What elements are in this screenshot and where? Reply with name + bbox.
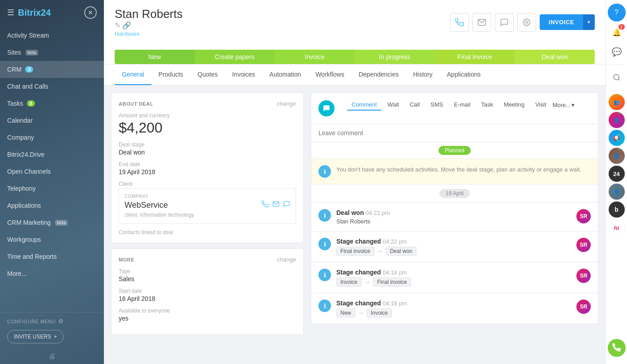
activity-tab-sms[interactable]: SMS: [426, 99, 447, 111]
invoice-main-button[interactable]: INVOICE: [540, 14, 583, 30]
company-call-icon[interactable]: [262, 201, 269, 210]
info-box: ℹ You don't have any scheduled activitie…: [311, 159, 598, 184]
sidebar-item-crm-marketing[interactable]: CRM Marketing beta: [0, 214, 104, 231]
sidebar-item-open-channels[interactable]: Open Channels: [0, 163, 104, 180]
sidebar-item-chat-calls[interactable]: Chat and Calls: [0, 78, 104, 95]
tab-history[interactable]: History: [406, 64, 440, 85]
activity-teal-icon: [318, 100, 335, 116]
svg-point-3: [614, 74, 619, 80]
chat-button[interactable]: [495, 13, 514, 32]
activity-title: Stage changed 04:18 pm: [336, 300, 571, 307]
end-date-value: 19 April 2018: [119, 168, 296, 176]
stage-in-progress[interactable]: In progress: [355, 50, 435, 64]
avatar-3[interactable]: 👤: [609, 148, 625, 164]
company-box: COMPANY WebService client, information t…: [119, 188, 296, 224]
tab-products[interactable]: Products: [151, 64, 190, 85]
date-badge: 19 April: [439, 189, 470, 198]
configure-menu-label: CONFIGURE MENU: [7, 319, 56, 324]
start-date-label: Start date: [119, 288, 296, 294]
end-date-label: End date: [119, 161, 296, 167]
edit-icon[interactable]: ✎: [115, 21, 120, 29]
close-icon[interactable]: ✕: [84, 6, 97, 19]
sidebar-item-label: Workgroups: [7, 236, 41, 243]
search-button[interactable]: [608, 69, 626, 86]
chat-rs-button[interactable]: 💬: [608, 43, 626, 61]
avatar-1[interactable]: 👥: [609, 94, 625, 110]
invoice-dropdown-button[interactable]: ▾: [583, 14, 595, 30]
tab-quotes[interactable]: Quotes: [190, 64, 225, 85]
activity-tab-call[interactable]: Call: [405, 99, 424, 111]
activity-tab-wait[interactable]: Wait: [383, 99, 404, 111]
sidebar-item-label: Chat and Calls: [7, 83, 48, 90]
configure-menu-btn[interactable]: CONFIGURE MENU ⚙: [7, 318, 97, 325]
printer-icon[interactable]: 🖨: [0, 349, 104, 364]
sidebar-item-label: Time and Reports: [7, 253, 57, 260]
avatar-megaphone[interactable]: 📢: [609, 130, 625, 146]
chat-icon: 💬: [612, 47, 622, 57]
planned-separator: Planned: [311, 142, 598, 159]
sidebar-item-workgroups[interactable]: Workgroups: [0, 231, 104, 248]
main-content: Stan Roberts ✎ 🔗 Hardware: [104, 0, 606, 364]
stage-final-invoice[interactable]: Final invoice: [435, 50, 515, 64]
call-button[interactable]: [450, 13, 469, 32]
stage-deal-won[interactable]: Deal won: [515, 50, 595, 64]
link-icon[interactable]: 🔗: [122, 21, 131, 29]
comment-input[interactable]: [318, 129, 591, 137]
activity-content: Deal won 04:22 pm Stan Roberts: [336, 209, 571, 225]
help-button[interactable]: ?: [608, 4, 626, 21]
sidebar-item-time-reports[interactable]: Time and Reports: [0, 248, 104, 265]
avatar-italic[interactable]: iu: [609, 219, 625, 236]
company-email-icon[interactable]: [272, 201, 279, 210]
sidebar-item-activity-stream[interactable]: Activity Stream: [0, 27, 104, 44]
sidebar-item-crm[interactable]: CRM 3: [0, 61, 104, 78]
tab-general[interactable]: General: [115, 64, 151, 85]
avatar-2[interactable]: 👤: [609, 112, 625, 128]
stage-bar: New Create papers Invoice In progress Fi…: [115, 44, 595, 64]
email-button[interactable]: [472, 13, 491, 32]
sidebar-item-sites[interactable]: Sites beta: [0, 44, 104, 61]
activity-tab-email[interactable]: E-mail: [449, 99, 475, 111]
activity-tab-visit[interactable]: Visit: [531, 99, 550, 111]
activity-tab-task[interactable]: Task: [477, 99, 498, 111]
hamburger-icon[interactable]: ☰: [7, 8, 14, 17]
sidebar-item-tasks[interactable]: Tasks 8: [0, 95, 104, 112]
tab-invoices[interactable]: Invoices: [225, 64, 262, 85]
about-deal-change[interactable]: change: [277, 100, 296, 107]
sidebar-item-calendar[interactable]: Calendar: [0, 112, 104, 129]
activity-tabs: Comment Wait Call SMS E-mail Task Meetin…: [342, 93, 598, 111]
tab-workflows[interactable]: Workflows: [308, 64, 351, 85]
stage-new[interactable]: New: [115, 50, 195, 64]
tab-dependencies[interactable]: Dependencies: [352, 64, 406, 85]
sidebar-item-company[interactable]: Company: [0, 129, 104, 146]
date-separator: 19 April: [311, 184, 598, 203]
sidebar-item-applications[interactable]: Applications: [0, 197, 104, 214]
left-panel: ABOUT DEAL change Amount and currency $4…: [111, 93, 304, 357]
invite-users-button[interactable]: INVITE USERS +: [7, 330, 64, 343]
activity-more-dropdown[interactable]: More... ▾: [553, 102, 575, 108]
type-value: Sales: [119, 275, 296, 283]
notification-badge: 2: [618, 24, 625, 30]
activity-item: ℹ Deal won 04:22 pm Stan Roberts SR: [311, 203, 598, 231]
avatar-b[interactable]: b: [609, 201, 625, 218]
tab-automation[interactable]: Automation: [262, 64, 309, 85]
sidebar-item-more[interactable]: More...: [0, 265, 104, 282]
sidebar-item-telephony[interactable]: Telephony: [0, 180, 104, 197]
notification-button[interactable]: 🔔 2: [608, 23, 626, 41]
more-change[interactable]: change: [277, 256, 296, 263]
stage-create-papers[interactable]: Create papers: [195, 50, 275, 64]
avatar: SR: [576, 238, 591, 252]
company-chat-icon[interactable]: [283, 201, 290, 210]
tab-applications[interactable]: Applications: [440, 64, 488, 85]
activity-tab-meeting[interactable]: Meeting: [499, 99, 529, 111]
sidebar-item-bitrix24drive[interactable]: Bitrix24.Drive: [0, 146, 104, 163]
stage-from-tag: New: [336, 308, 355, 317]
settings-button[interactable]: [517, 13, 536, 32]
avatar-4[interactable]: 👤: [609, 184, 625, 200]
info-icon: ℹ: [318, 209, 331, 222]
about-deal-header: ABOUT DEAL change: [119, 100, 296, 107]
bitrix24-icon[interactable]: 24: [609, 166, 625, 182]
activity-tab-comment[interactable]: Comment: [347, 99, 381, 111]
arrow-right-icon: →: [358, 309, 364, 317]
stage-invoice[interactable]: Invoice: [275, 50, 355, 64]
phone-button[interactable]: [608, 339, 626, 357]
